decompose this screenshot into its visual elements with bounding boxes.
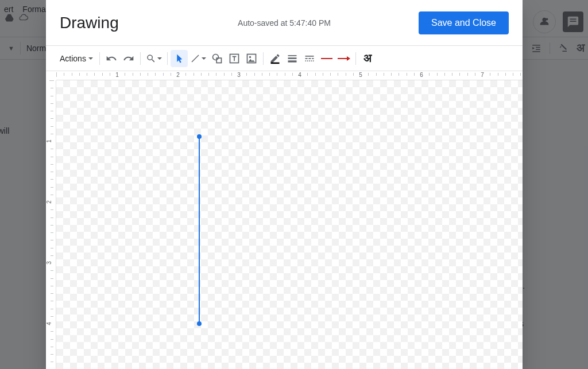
zoom-button[interactable] (144, 50, 164, 67)
chevron-down-icon (157, 57, 162, 60)
ruler-h-3: 3 (237, 72, 241, 78)
svg-rect-14 (305, 60, 306, 61)
ruler-v-1: 1 (46, 139, 52, 143)
svg-point-1 (212, 54, 218, 60)
svg-rect-17 (311, 60, 312, 61)
ruler-h-4: 4 (298, 72, 301, 78)
drawing-toolbar: Actions (46, 46, 523, 71)
svg-rect-15 (307, 60, 308, 61)
line-tool[interactable] (188, 50, 208, 67)
drawing-body: 1 2 3 4 5 6 7 1 2 3 4 (46, 71, 523, 369)
svg-rect-11 (305, 58, 307, 59)
ruler-v-4: 4 (46, 322, 52, 325)
vertical-ruler[interactable]: 1 2 3 4 (46, 80, 56, 369)
actions-menu[interactable]: Actions (56, 54, 96, 63)
actions-label: Actions (60, 54, 86, 63)
ruler-h-5: 5 (359, 72, 362, 78)
svg-rect-10 (305, 56, 314, 57)
line-handle-bottom[interactable] (197, 321, 202, 326)
undo-button[interactable] (103, 50, 120, 67)
ruler-h-2: 2 (176, 72, 180, 78)
line-weight-button[interactable] (284, 50, 301, 67)
line-handle-top[interactable] (197, 134, 202, 139)
line-dash-button[interactable] (301, 50, 318, 67)
svg-rect-16 (309, 60, 310, 61)
svg-rect-6 (270, 62, 279, 64)
svg-rect-13 (312, 58, 314, 59)
shape-tool[interactable] (208, 50, 226, 67)
dialog-title: Drawing (60, 14, 119, 32)
drawing-dialog: Drawing Auto-saved at 5:47:40 PM Save an… (46, 0, 523, 369)
image-tool[interactable] (243, 50, 260, 67)
dialog-header: Drawing Auto-saved at 5:47:40 PM Save an… (46, 0, 523, 46)
save-and-close-button[interactable]: Save and Close (419, 11, 509, 34)
ruler-v-2: 2 (46, 200, 52, 204)
ruler-v-3: 3 (46, 261, 52, 265)
line-end-button[interactable] (335, 50, 353, 67)
ruler-h-1: 1 (115, 72, 119, 78)
svg-rect-7 (288, 55, 296, 56)
svg-rect-12 (308, 58, 311, 59)
horizontal-ruler[interactable]: 1 2 3 4 5 6 7 (56, 71, 523, 80)
svg-rect-18 (313, 60, 314, 61)
redo-button[interactable] (120, 50, 137, 67)
chevron-down-icon (202, 57, 206, 60)
drawing-canvas[interactable] (56, 80, 523, 369)
ruler-h-7: 7 (481, 72, 484, 78)
autosave-status: Auto-saved at 5:47:40 PM (238, 18, 331, 28)
devanagari-icon: अ (363, 52, 372, 65)
chevron-down-icon (88, 57, 93, 60)
line-start-button[interactable] (318, 50, 335, 67)
svg-rect-2 (216, 58, 221, 63)
input-tools-button[interactable]: अ (359, 50, 376, 67)
line-shape[interactable] (199, 137, 200, 323)
textbox-tool[interactable] (226, 50, 243, 67)
svg-point-5 (249, 56, 251, 57)
svg-rect-8 (288, 57, 296, 59)
select-tool[interactable] (171, 50, 188, 67)
svg-rect-9 (288, 60, 296, 62)
ruler-h-6: 6 (420, 72, 423, 78)
line-color-button[interactable] (266, 50, 284, 67)
